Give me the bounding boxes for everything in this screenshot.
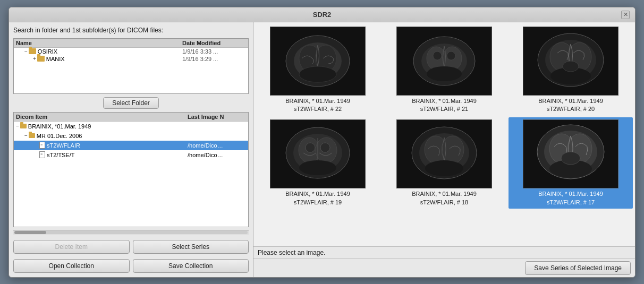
image-cell-21[interactable]: BRAINIX, * 01.Mar. 1949 sT2W/FLAIR, # 21 xyxy=(382,24,506,116)
folder-icon-osirix xyxy=(29,48,36,54)
caption-line2-22: sT2W/FLAIR, # 22 xyxy=(294,106,342,112)
image-caption-22: BRAINIX, * 01.Mar. 1949 sT2W/FLAIR, # 22 xyxy=(285,97,350,114)
svg-point-27 xyxy=(299,160,336,175)
brain-image-17 xyxy=(523,119,618,188)
main-content: Search in folder and 1st subfolder(s) fo… xyxy=(9,22,635,277)
caption-line2-19: sT2W/FLAIR, # 19 xyxy=(294,199,342,205)
caption-line1-21: BRAINIX, * 01.Mar. 1949 xyxy=(412,98,477,104)
dicom-col-lastimage: Last Image N xyxy=(188,114,246,120)
tree-toggle-manix[interactable]: + xyxy=(33,56,36,62)
image-cell-17[interactable]: BRAINIX, * 01.Mar. 1949 sT2W/FLAIR, # 17 xyxy=(509,117,633,209)
scrollbar-thumb[interactable] xyxy=(14,231,46,234)
save-series-button[interactable]: Save Series of Selected Image xyxy=(525,261,631,275)
caption-line1-19: BRAINIX, * 01.Mar. 1949 xyxy=(285,191,350,197)
caption-line2-21: sT2W/FLAIR, # 21 xyxy=(420,106,468,112)
svg-point-11 xyxy=(427,66,462,81)
dicom-row-st2tset[interactable]: sT2/TSE/T /home/Dico… xyxy=(14,150,248,160)
status-bar: Please select an image. xyxy=(253,246,635,259)
dicom-row-mr[interactable]: − MR 01.Dec. 2006 xyxy=(14,131,248,141)
folder-row-osirix[interactable]: − OSIRIX 1/9/16 3:33 ... xyxy=(14,48,248,55)
doc-icon-st2t xyxy=(39,151,45,158)
svg-point-12 xyxy=(433,51,442,60)
caption-line2-18: sT2W/FLAIR, # 18 xyxy=(420,199,468,205)
caption-line1-18: BRAINIX, * 01.Mar. 1949 xyxy=(412,191,477,197)
folder-tree-header: Name Date Modified xyxy=(14,39,248,48)
image-caption-19: BRAINIX, * 01.Mar. 1949 sT2W/FLAIR, # 19 xyxy=(285,190,350,206)
image-cell-19[interactable]: BRAINIX, * 01.Mar. 1949 sT2W/FLAIR, # 19 xyxy=(256,117,380,209)
dicom-row-brainix[interactable]: − BRAINIX, *01.Mar. 1949 xyxy=(14,122,248,131)
titlebar: SDR2 ✕ xyxy=(9,7,635,22)
folder-icon-brainix xyxy=(20,124,27,128)
dicom-row-st2wflair[interactable]: sT2W/FLAIR /home/Dico… xyxy=(14,141,248,150)
image-caption-20: BRAINIX, * 01.Mar. 1949 sT2W/FLAIR, # 20 xyxy=(538,97,603,114)
dicom-lastimage-st2t: /home/Dico… xyxy=(188,152,246,158)
select-folder-button[interactable]: Select Folder xyxy=(103,97,159,109)
folder-tree: Name Date Modified − OSIRIX 1/9/16 3:33 … xyxy=(13,38,249,94)
toggle-brainix[interactable]: − xyxy=(16,123,19,129)
caption-line2-17: sT2W/FLAIR, # 17 xyxy=(547,199,595,205)
dicom-name-st2t: sT2/TSE/T xyxy=(47,152,188,158)
brain-svg-18 xyxy=(399,122,489,186)
dicom-name-brainix: BRAINIX, *01.Mar. 1949 xyxy=(28,123,188,130)
svg-point-13 xyxy=(447,51,455,60)
image-cell-22[interactable]: BRAINIX, * 01.Mar. 1949 sT2W/FLAIR, # 22 xyxy=(256,24,380,116)
folder-col-name: Name xyxy=(16,40,182,46)
folder-date-osirix: 1/9/16 3:33 ... xyxy=(182,48,246,55)
tree-toggle-osirix[interactable]: − xyxy=(24,48,28,54)
brain-svg-19 xyxy=(273,122,363,186)
open-collection-button[interactable]: Open Collection xyxy=(13,259,130,273)
folder-name-osirix: OSIRIX xyxy=(38,48,182,55)
dicom-lastimage-st2w: /home/Dico… xyxy=(188,142,246,149)
svg-point-29 xyxy=(320,143,330,152)
brain-svg-17 xyxy=(526,122,616,186)
svg-point-5 xyxy=(299,66,336,82)
doc-icon-st2w xyxy=(39,142,45,149)
right-panel: BRAINIX, * 01.Mar. 1949 sT2W/FLAIR, # 22 xyxy=(253,22,635,277)
delete-item-button[interactable]: Delete Item xyxy=(13,240,130,254)
folder-name-manix: MANIX xyxy=(46,56,182,62)
status-text: Please select an image. xyxy=(258,249,325,256)
right-bottom-bar: Save Series of Selected Image xyxy=(253,259,635,277)
folder-row-manix[interactable]: + MANIX 1/9/16 3:29 ... xyxy=(14,55,248,63)
brain-image-18 xyxy=(396,119,492,188)
svg-point-44 xyxy=(561,152,580,165)
image-caption-17: BRAINIX, * 01.Mar. 1949 sT2W/FLAIR, # 17 xyxy=(538,190,603,206)
caption-line1-20: BRAINIX, * 01.Mar. 1949 xyxy=(538,98,603,104)
bottom-buttons-row2: Open Collection Save Collection xyxy=(13,257,249,273)
close-button[interactable]: ✕ xyxy=(621,11,630,19)
caption-line2-20: sT2W/FLAIR, # 20 xyxy=(547,106,595,112)
toggle-mr[interactable]: − xyxy=(24,133,28,139)
save-collection-button[interactable]: Save Collection xyxy=(133,259,249,273)
folder-col-date: Date Modified xyxy=(182,40,246,46)
folder-icon-manix xyxy=(37,56,45,62)
svg-point-20 xyxy=(563,61,579,72)
window-title: SDR2 xyxy=(313,11,332,19)
brain-image-20 xyxy=(523,27,618,96)
image-grid: BRAINIX, * 01.Mar. 1949 sT2W/FLAIR, # 22 xyxy=(256,24,633,209)
dicom-name-st2w: sT2W/FLAIR xyxy=(47,142,188,149)
dicom-table: Dicom Item Last Image N − BRAINIX, *01.M… xyxy=(13,112,249,227)
image-caption-21: BRAINIX, * 01.Mar. 1949 sT2W/FLAIR, # 21 xyxy=(412,97,477,114)
horizontal-scrollbar[interactable] xyxy=(13,230,249,235)
app-window: SDR2 ✕ Search in folder and 1st subfolde… xyxy=(9,7,635,278)
image-cell-20[interactable]: BRAINIX, * 01.Mar. 1949 sT2W/FLAIR, # 20 xyxy=(509,24,633,116)
folder-icon-mr xyxy=(29,133,35,138)
caption-line1-17: BRAINIX, * 01.Mar. 1949 xyxy=(538,191,603,197)
brain-image-21 xyxy=(396,27,492,96)
image-caption-18: BRAINIX, * 01.Mar. 1949 sT2W/FLAIR, # 18 xyxy=(412,190,477,206)
dicom-col-item: Dicom Item xyxy=(16,114,188,120)
bottom-buttons-row1: Delete Item Select Series xyxy=(13,238,249,254)
caption-line1-22: BRAINIX, * 01.Mar. 1949 xyxy=(285,98,350,104)
left-panel: Search in folder and 1st subfolder(s) fo… xyxy=(9,22,253,277)
image-cell-18[interactable]: BRAINIX, * 01.Mar. 1949 sT2W/FLAIR, # 18 xyxy=(382,117,506,209)
image-grid-container[interactable]: BRAINIX, * 01.Mar. 1949 sT2W/FLAIR, # 22 xyxy=(253,22,635,246)
svg-point-35 xyxy=(425,160,463,176)
brain-svg-20 xyxy=(526,29,616,93)
svg-point-28 xyxy=(306,143,315,152)
brain-image-19 xyxy=(270,119,366,188)
brain-image-22 xyxy=(270,27,366,96)
brain-svg-22 xyxy=(273,29,363,93)
scrollbar-track xyxy=(14,231,248,234)
brain-svg-21 xyxy=(399,29,489,93)
select-series-button[interactable]: Select Series xyxy=(133,240,249,254)
